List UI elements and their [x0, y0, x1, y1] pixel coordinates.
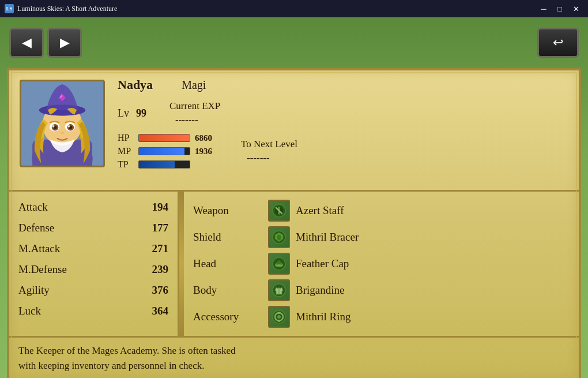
- hp-bar-container: [138, 134, 190, 142]
- title-bar-left: LS Luminous Skies: A Short Adventure: [5, 4, 117, 13]
- svg-point-31: [278, 320, 280, 322]
- mdefense-label: M.Defense: [18, 263, 67, 276]
- character-name: Nadya: [118, 77, 153, 92]
- bars-group: HP 6860 MP 1936: [118, 133, 218, 170]
- head-equip-icon: [268, 253, 290, 275]
- mdefense-row: M.Defense 239: [18, 262, 168, 277]
- svg-point-6: [39, 104, 86, 115]
- mattack-row: M.Attack 271: [18, 241, 168, 256]
- agility-value: 376: [152, 284, 169, 297]
- window-title: Luminous Skies: A Short Adventure: [17, 5, 117, 13]
- portrait-frame: [20, 80, 105, 167]
- svg-point-14: [68, 125, 70, 128]
- shield-slot-label: Shield: [193, 231, 262, 244]
- next-level-group: To Next Level -------: [241, 133, 297, 170]
- char-info: Nadya Magi Lv 99 Current EXP -------: [108, 77, 570, 184]
- vertical-divider: [179, 192, 184, 336]
- mp-value: 1936: [195, 147, 218, 156]
- svg-point-13: [52, 125, 55, 128]
- hp-label: HP: [118, 133, 134, 143]
- mp-label: MP: [118, 146, 134, 156]
- body-equip-icon: [268, 279, 290, 301]
- luck-label: Luck: [18, 305, 41, 317]
- defense-value: 177: [152, 222, 169, 234]
- hp-row: HP 6860: [118, 133, 218, 143]
- minimize-button[interactable]: ─: [536, 3, 551, 14]
- shield-row: Shield Mithril Bracer: [193, 226, 570, 248]
- luck-value: 364: [152, 305, 169, 317]
- hp-mp-section: HP 6860 MP 1936: [118, 133, 570, 170]
- exp-group: Current EXP -------: [169, 100, 220, 126]
- accessory-slot-label: Accessory: [193, 310, 262, 323]
- accessory-equip-icon: [268, 306, 290, 328]
- accessory-row: Accessory Mithril Ring: [193, 306, 570, 328]
- defense-row: Defense 177: [18, 220, 168, 235]
- prev-button[interactable]: ◀: [9, 28, 44, 58]
- accessory-name: Mithril Ring: [296, 310, 351, 323]
- title-bar: LS Luminous Skies: A Short Adventure ─ □…: [0, 0, 588, 17]
- weapon-icon: [268, 200, 290, 222]
- top-nav: ◀ ▶ ↩: [0, 17, 588, 68]
- maximize-button[interactable]: □: [552, 3, 567, 14]
- tp-bar-container: [138, 160, 190, 169]
- level-label: Lv: [118, 107, 129, 119]
- weapon-row: Weapon Azert Staff: [193, 200, 570, 222]
- main-panel: Nadya Magi Lv 99 Current EXP -------: [7, 68, 581, 378]
- level-value: 99: [136, 107, 146, 119]
- level-exp-row: Lv 99 Current EXP -------: [118, 100, 570, 126]
- game-area: ◀ ▶ ↩: [0, 17, 588, 378]
- body-row: Body Brigandine: [193, 279, 570, 301]
- current-exp-label: Current EXP: [169, 100, 220, 112]
- back-button[interactable]: ↩: [537, 28, 579, 58]
- attack-row: Attack 194: [18, 200, 168, 215]
- attack-value: 194: [152, 201, 169, 214]
- current-exp-value: -------: [169, 114, 220, 126]
- app-window: LS Luminous Skies: A Short Adventure ─ □…: [0, 0, 588, 378]
- shield-icon: [268, 226, 290, 248]
- body-slot-label: Body: [193, 284, 262, 297]
- body-name: Brigandine: [296, 284, 344, 297]
- title-bar-controls: ─ □ ✕: [536, 3, 583, 14]
- close-button[interactable]: ✕: [568, 3, 583, 14]
- description-text: The Keeper of the Mages Academy. She is …: [18, 343, 570, 373]
- shield-name: Mithril Bracer: [296, 231, 359, 244]
- head-row: Head Feather Cap: [193, 253, 570, 275]
- hp-value: 6860: [195, 133, 218, 143]
- defense-label: Defense: [18, 222, 54, 234]
- app-icon: LS: [5, 4, 14, 13]
- weapon-slot-label: Weapon: [193, 204, 262, 217]
- portrait-area: [16, 77, 108, 184]
- hp-bar: [139, 134, 190, 141]
- tp-label: TP: [118, 159, 134, 170]
- mattack-label: M.Attack: [18, 242, 60, 255]
- to-next-label: To Next Level: [241, 139, 297, 150]
- weapon-name: Azert Staff: [296, 204, 344, 217]
- tp-row: TP: [118, 159, 218, 170]
- mattack-value: 271: [152, 242, 169, 255]
- next-button[interactable]: ▶: [47, 28, 82, 58]
- svg-point-30: [278, 312, 280, 314]
- svg-point-29: [277, 315, 281, 319]
- character-section: Nadya Magi Lv 99 Current EXP -------: [9, 70, 579, 192]
- stats-panel: Attack 194 Defense 177 M.Attack 271 M.De…: [9, 192, 179, 336]
- bottom-section: Attack 194 Defense 177 M.Attack 271 M.De…: [9, 192, 579, 338]
- luck-row: Luck 364: [18, 304, 168, 319]
- attack-label: Attack: [18, 201, 48, 214]
- mp-bar: [139, 148, 184, 155]
- mp-row: MP 1936: [118, 146, 218, 156]
- tp-bar: [139, 161, 175, 168]
- mdefense-value: 239: [152, 263, 169, 276]
- head-name: Feather Cap: [296, 257, 349, 270]
- svg-point-15: [61, 132, 64, 134]
- level-group: Lv 99: [118, 100, 146, 126]
- name-class-row: Nadya Magi: [118, 77, 570, 92]
- equipment-panel: Weapon Azert Staff Shield: [184, 192, 579, 336]
- agility-label: Agility: [18, 284, 50, 297]
- head-slot-label: Head: [193, 257, 262, 270]
- mp-bar-container: [138, 147, 190, 155]
- character-class: Magi: [182, 78, 206, 92]
- agility-row: Agility 376: [18, 283, 168, 298]
- description-section: The Keeper of the Mages Academy. She is …: [9, 338, 579, 378]
- nav-btn-group: ◀ ▶: [9, 28, 82, 58]
- to-next-value: -------: [241, 152, 297, 164]
